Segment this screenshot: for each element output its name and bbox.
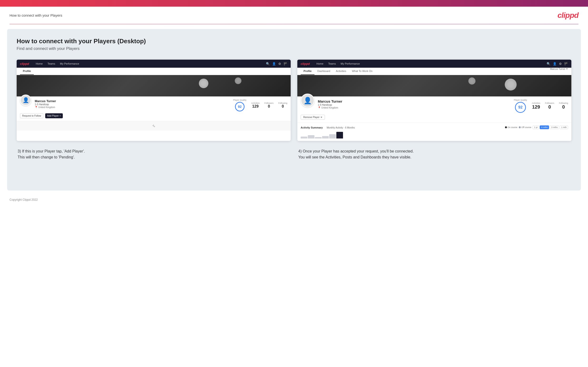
user-dropdown-right[interactable]: Marcus Turner <box>550 68 565 75</box>
chart-bar-5 <box>329 134 336 139</box>
close-icon-remove: ✕ <box>320 116 322 118</box>
app-navbar-right: clippd Home Teams My Performance 🔍 👤 ⚙ 🏴 <box>297 60 571 68</box>
chart-bar-3 <box>315 137 322 139</box>
quality-block-right: Player Quality 92 <box>514 99 527 113</box>
scissors-icon: ✂ <box>151 123 156 129</box>
nav-home-left[interactable]: Home <box>33 60 45 68</box>
chart-bar-4 <box>322 136 329 139</box>
plus-icon: + <box>60 115 61 117</box>
legend-dot-on <box>505 126 507 128</box>
golf-circle-1 <box>199 79 208 88</box>
action-buttons-right: Remove Player ✕ <box>301 115 568 120</box>
nav-myperformance-right[interactable]: My Performance <box>338 60 362 68</box>
stats-row-left: Player Quality 92 Activities 129 Followe… <box>233 99 287 111</box>
settings-icon-right[interactable]: ⚙ <box>559 62 562 66</box>
user-icon-left[interactable]: 👤 <box>272 62 276 66</box>
stat-followers-right: Followers 0 <box>545 102 554 110</box>
descriptions-row: 3) If this is your Player tap, 'Add Play… <box>17 149 571 160</box>
description-left: 3) If this is your Player tap, 'Add Play… <box>17 149 291 160</box>
quality-circle-left: 92 <box>235 102 244 111</box>
player-name-left: Marcus Turner <box>35 99 230 103</box>
main-content: How to connect with your Players (Deskto… <box>7 29 581 191</box>
nav-myperformance-left[interactable]: My Performance <box>58 60 82 68</box>
player-country-left: 📍 United Kingdom <box>35 106 230 108</box>
screenshot-bottom-left: ✂ <box>17 121 291 131</box>
stats-row-right: Player Quality 92 Activities 129 Followe… <box>514 99 568 113</box>
stat-followers-left: Followers 0 <box>264 102 274 108</box>
nav-teams-right[interactable]: Teams <box>326 60 338 68</box>
description-text-left: 3) If this is your Player tap, 'Add Play… <box>17 149 290 160</box>
app-tabs-left: Profile <box>17 68 291 75</box>
page-heading: How to connect with your Players (Deskto… <box>17 38 571 45</box>
user-icon-right[interactable]: 👤 <box>553 62 557 66</box>
profile-info-left: Marcus Turner 1-5 Handicap 📍 United King… <box>35 99 230 108</box>
search-icon-right[interactable]: 🔍 <box>547 62 550 66</box>
chevron-down-icon: ▼ <box>566 68 568 75</box>
stat-activities-right: Activities 129 <box>532 102 540 110</box>
legend-dot-off <box>519 126 521 128</box>
time-1yr[interactable]: 1 yr <box>533 125 539 129</box>
tab-profile-right[interactable]: Profile <box>301 68 314 75</box>
screenshot-left: clippd Home Teams My Performance 🔍 👤 ⚙ 🏴… <box>17 60 291 141</box>
quality-label-right: Player Quality <box>514 99 527 101</box>
location-icon-right: 📍 <box>318 106 321 109</box>
activity-controls: On course Off course 1 yr 6 mths 3 mths … <box>505 125 568 129</box>
header-title: How to connect with your Players <box>9 13 62 17</box>
player-handicap-right: 1-5 Handicap <box>318 104 510 106</box>
profile-row-left: 👤 Marcus Turner 1-5 Handicap 📍 United Ki… <box>20 99 287 111</box>
golf-circle-2 <box>235 77 242 84</box>
flag-icon-right[interactable]: 🏴 <box>564 62 568 66</box>
profile-section-right: 👤 Marcus Turner 1-5 Handicap 📍 United Ki… <box>297 96 571 123</box>
avatar-right: 👤 <box>301 94 314 107</box>
time-1mth[interactable]: 1 mth <box>560 125 568 129</box>
tab-dashboard-right[interactable]: Dashboard <box>314 68 333 75</box>
activity-header: Activity Summary Monthly Activity · 6 Mo… <box>301 125 568 129</box>
copyright: Copyright Clippd 2022 <box>9 198 38 201</box>
activity-title-block: Activity Summary Monthly Activity · 6 Mo… <box>301 125 355 129</box>
golf-circle-right-2 <box>468 77 476 84</box>
request-follow-button[interactable]: Request to Follow <box>20 113 43 118</box>
player-name-right: Marcus Turner <box>318 99 510 103</box>
add-player-button[interactable]: Add Player + <box>45 113 63 118</box>
nav-teams-left[interactable]: Teams <box>45 60 58 68</box>
hero-image-left <box>17 75 291 96</box>
description-text-right: 4) Once your Player has accepted your re… <box>298 149 571 160</box>
golf-circle-right-1 <box>505 79 517 91</box>
time-3mths[interactable]: 3 mths <box>550 125 559 129</box>
search-icon-left[interactable]: 🔍 <box>266 62 270 66</box>
nav-icons-right: 🔍 👤 ⚙ 🏴 <box>547 62 568 66</box>
remove-player-button[interactable]: Remove Player ✕ <box>301 115 325 120</box>
settings-icon-left[interactable]: ⚙ <box>278 62 281 66</box>
legend-off-course: Off course <box>519 126 531 128</box>
flag-icon-left[interactable]: 🏴 <box>284 62 287 66</box>
tab-profile-left[interactable]: Profile <box>20 68 34 75</box>
tab-activities-right[interactable]: Activities <box>333 68 349 75</box>
tab-what-to-work-on-right[interactable]: What To Work On <box>349 68 375 75</box>
activity-subtitle: Monthly Activity · 6 Months <box>327 126 355 129</box>
activity-title: Activity Summary <box>301 126 323 129</box>
stat-activities-left: Activities 129 <box>251 102 260 108</box>
legend-on-course: On course <box>505 126 518 128</box>
location-icon-left: 📍 <box>35 106 38 108</box>
screenshots-row: clippd Home Teams My Performance 🔍 👤 ⚙ 🏴… <box>17 60 571 141</box>
quality-block-left: Player Quality 92 <box>233 99 246 111</box>
quality-circle-right: 92 <box>515 102 526 113</box>
app-logo-left: clippd <box>20 62 29 66</box>
page-subheading: Find and connect with your Players <box>17 46 571 51</box>
time-buttons: 1 yr 6 mths 3 mths 1 mth <box>533 125 568 129</box>
profile-info-right: Marcus Turner 1-5 Handicap 📍 United King… <box>318 99 510 109</box>
action-buttons-left: Request to Follow Add Player + <box>20 113 287 118</box>
avatar-icon-left: 👤 <box>23 97 29 103</box>
player-country-right: 📍 United Kingdom <box>318 106 510 109</box>
stat-following-right: Following 0 <box>559 102 568 110</box>
avatar-icon-right: 👤 <box>303 97 312 105</box>
avatar-left: 👤 <box>20 94 31 106</box>
quality-label-left: Player Quality <box>233 99 246 101</box>
activity-summary: Activity Summary Monthly Activity · 6 Mo… <box>297 123 571 141</box>
app-navbar-left: clippd Home Teams My Performance 🔍 👤 ⚙ 🏴 <box>17 60 291 68</box>
time-6mths[interactable]: 6 mths <box>540 125 549 129</box>
chart-bar-1 <box>301 137 307 139</box>
description-right: 4) Once your Player has accepted your re… <box>297 149 571 160</box>
hero-image-right <box>297 75 571 96</box>
nav-home-right[interactable]: Home <box>314 60 326 68</box>
